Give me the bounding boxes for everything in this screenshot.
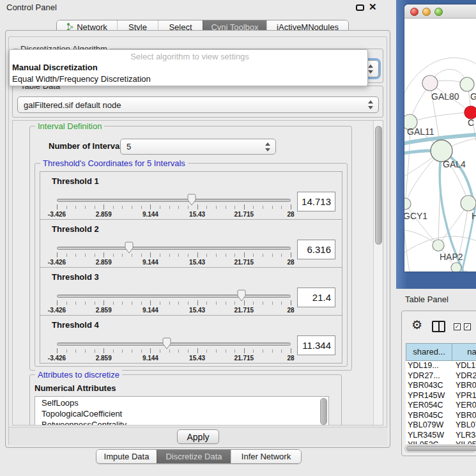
tab-label: Infer Network — [242, 452, 291, 461]
dropdown-option-equal-width[interactable]: Equal Width/Frequency Discretization — [10, 73, 367, 85]
threshold-3-slider[interactable]: -3.426 2.859 9.144 15.43 21.715 28 — [57, 291, 291, 315]
list-scrollbar-thumb[interactable] — [320, 398, 327, 425]
cell[interactable]: YIL052C — [406, 440, 452, 444]
slider-thumb[interactable] — [236, 289, 247, 302]
mode-tab-bar: Impute Data Discretize Data Infer Networ… — [96, 449, 302, 464]
column-header-name[interactable]: na — [452, 343, 476, 361]
cell[interactable]: YER054C — [406, 401, 452, 411]
table-row[interactable]: YBR045CYBR04 — [406, 411, 476, 421]
table-row[interactable]: YPR145WYPR14 — [406, 391, 476, 401]
cell[interactable]: YIL05 — [452, 440, 476, 444]
cell[interactable]: YBL079W — [406, 420, 452, 431]
float-window-icon[interactable] — [356, 4, 364, 11]
checkbox-icon[interactable] — [454, 323, 461, 330]
cell[interactable]: YPR14 — [452, 391, 476, 401]
cell[interactable]: YDR27... — [406, 371, 452, 381]
horizontal-scrollbar[interactable] — [404, 445, 476, 452]
network-canvas[interactable]: GAL80 GA GAL11 C GAL4 GCY1 H HAP2 — [404, 19, 476, 272]
zoom-traffic-light-icon[interactable] — [434, 8, 443, 16]
combobox-value: galFiltered.sif default node — [24, 97, 121, 113]
cell[interactable]: YBL07 — [452, 420, 476, 431]
checkbox-icon[interactable] — [464, 323, 471, 330]
table-row[interactable]: YIL052CYIL05 — [406, 440, 476, 444]
node[interactable] — [461, 196, 476, 211]
cell[interactable]: YPR145W — [406, 391, 452, 401]
cell[interactable]: YLR34 — [452, 431, 476, 441]
cell[interactable]: YBR04 — [452, 381, 476, 391]
threshold-3-panel: Threshold 3 -3.426 2.859 9.144 15.43 — [40, 267, 342, 316]
threshold-4-slider[interactable]: -3.426 2.859 9.144 15.43 21.715 28 — [57, 339, 291, 363]
close-traffic-light-icon[interactable] — [410, 8, 418, 16]
network-view-frame: GAL80 GA GAL11 C GAL4 GCY1 H HAP2 — [396, 0, 476, 289]
threshold-2-slider[interactable]: -3.426 2.859 9.144 15.43 21.715 28 — [57, 243, 291, 267]
apply-strip: Apply — [9, 427, 387, 445]
tab-discretize-data[interactable]: Discretize Data — [157, 450, 231, 463]
tick-label: 2.859 — [96, 307, 112, 314]
table-row[interactable]: YDR27...YDR27 — [406, 371, 476, 381]
tick-label: -3.426 — [48, 355, 66, 362]
slider-track[interactable] — [57, 342, 291, 346]
gear-icon[interactable] — [411, 318, 422, 332]
slider-track[interactable] — [57, 247, 291, 250]
threshold-2-value-field[interactable]: 6.316 — [297, 240, 335, 259]
table-header: shared... na — [406, 343, 476, 361]
close-icon[interactable] — [369, 1, 377, 13]
node-label: GAL4 — [443, 159, 466, 169]
slider-thumb[interactable] — [123, 242, 135, 254]
stepper-icon — [368, 100, 374, 109]
number-of-intervals-combobox[interactable]: 5 — [120, 139, 276, 155]
table-row[interactable]: YER054CYER05 — [406, 401, 476, 411]
threshold-label: Threshold 1 — [52, 176, 99, 186]
threshold-1-value-field[interactable]: 14.713 — [297, 192, 335, 211]
node-selected-red[interactable] — [464, 106, 476, 119]
cell[interactable]: YBR04 — [452, 411, 476, 421]
node-gal80[interactable] — [422, 75, 438, 91]
network-window-titlebar[interactable] — [404, 4, 476, 19]
cell[interactable]: YDL19 — [452, 361, 476, 371]
vertical-scrollbar[interactable] — [373, 121, 383, 426]
interval-definition-group: Interval Definition Number of Intervals … — [29, 126, 352, 371]
node-label: HAP2 — [440, 252, 463, 262]
scrollbar-thumb[interactable] — [375, 126, 382, 245]
node-hap2[interactable] — [433, 240, 444, 251]
slider-track[interactable] — [57, 295, 291, 298]
stepper-icon — [368, 65, 374, 73]
cell[interactable]: YDR27 — [452, 371, 476, 381]
cell[interactable]: YDL19... — [406, 361, 452, 371]
cell[interactable]: YBR045C — [406, 411, 452, 421]
table-data-group: Table Data galFiltered.sif default node — [12, 86, 383, 118]
scrollbar-thumb[interactable] — [406, 446, 476, 451]
threshold-4-value-field[interactable]: 11.344 — [297, 335, 335, 355]
split-columns-icon[interactable] — [432, 321, 445, 332]
node-gal4[interactable] — [431, 140, 452, 162]
table-row[interactable]: YBR043CYBR04 — [406, 381, 476, 391]
cell[interactable]: YBR043C — [406, 381, 452, 391]
column-header-shared-name[interactable]: shared... — [406, 343, 452, 361]
cell[interactable]: YLR345W — [406, 431, 452, 441]
list-item[interactable]: SelfLoops — [35, 398, 328, 408]
table-row[interactable]: YLR345WYLR34 — [406, 431, 476, 441]
node[interactable] — [460, 77, 474, 91]
slider-thumb[interactable] — [161, 337, 173, 350]
threshold-1-slider[interactable]: -3.426 2.859 9.144 15.43 21.715 28 — [57, 195, 291, 219]
node[interactable] — [451, 263, 461, 272]
table-row[interactable]: YBL079WYBL07 — [406, 420, 476, 431]
tab-infer-network[interactable]: Infer Network — [231, 450, 301, 463]
threshold-3-value-field[interactable]: 21.4 — [297, 288, 335, 307]
list-item[interactable]: TopologicalCoefficient — [35, 409, 328, 418]
cell[interactable]: YER05 — [452, 401, 476, 411]
network-window: GAL80 GA GAL11 C GAL4 GCY1 H HAP2 — [404, 4, 476, 272]
apply-button[interactable]: Apply — [177, 429, 219, 444]
tab-impute-data[interactable]: Impute Data — [96, 450, 157, 463]
dropdown-option-manual[interactable]: Manual Discretization — [10, 62, 367, 73]
node-gcy1[interactable] — [404, 198, 411, 210]
node-label: GAL11 — [407, 127, 434, 137]
list-item[interactable]: BetweennessCentrality — [35, 420, 328, 426]
table-data-combobox[interactable]: galFiltered.sif default node — [17, 96, 379, 113]
table-row[interactable]: YDL19...YDL19 — [406, 361, 476, 371]
threshold-1-panel: Threshold 1 -3.426 2.859 9.144 15.43 — [40, 171, 342, 220]
minimize-traffic-light-icon[interactable] — [422, 8, 431, 16]
node-label: GAL80 — [431, 91, 459, 102]
slider-thumb[interactable] — [186, 194, 197, 206]
slider-track[interactable] — [57, 199, 291, 202]
